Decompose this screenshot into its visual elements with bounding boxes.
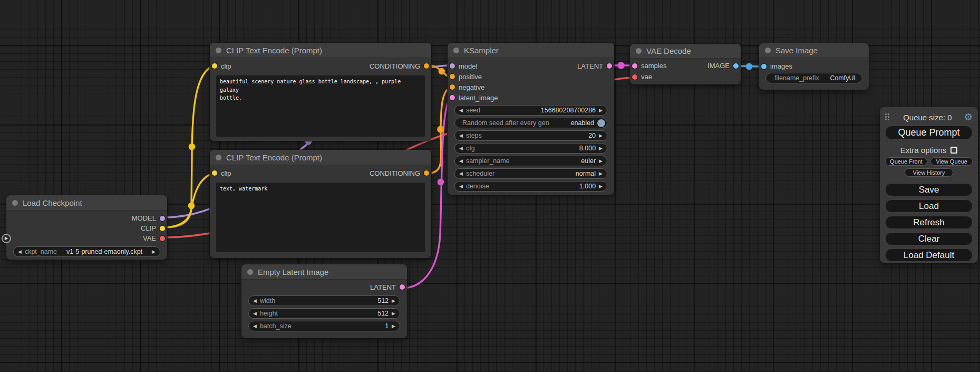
- increment-arrow-icon[interactable]: ▶: [599, 184, 603, 189]
- node-ksampler[interactable]: KSampler model LATENT positive negative …: [448, 43, 614, 195]
- node-title-bar[interactable]: Load Checkpoint: [6, 195, 167, 211]
- next-arrow-icon[interactable]: ▶: [599, 158, 603, 164]
- node-vae-decode[interactable]: VAE Decode samples IMAGE vae: [630, 44, 741, 84]
- image-output-slot[interactable]: [733, 63, 739, 69]
- increment-arrow-icon[interactable]: ▶: [392, 311, 395, 316]
- prev-arrow-icon[interactable]: ◀: [18, 249, 22, 254]
- clip-input-slot[interactable]: [212, 170, 217, 176]
- widget-label: sampler_name: [466, 157, 510, 165]
- node-title-bar[interactable]: VAE Decode: [630, 44, 741, 59]
- node-title: Empty Latent Image: [258, 268, 328, 276]
- decrement-arrow-icon[interactable]: ◀: [459, 108, 463, 113]
- samples-input-slot[interactable]: [632, 63, 637, 69]
- node-title: VAE Decode: [646, 46, 691, 55]
- node-title-bar[interactable]: Save Image: [759, 43, 869, 58]
- scheduler-widget[interactable]: ◀ scheduler normal ▶: [454, 168, 607, 179]
- node-title-bar[interactable]: KSampler: [448, 43, 614, 58]
- load-default-button[interactable]: Load Default: [885, 249, 973, 262]
- denoise-widget[interactable]: ◀ denoise 1.000 ▶: [454, 181, 607, 192]
- gear-icon[interactable]: ⚙: [964, 112, 973, 122]
- batch-size-widget[interactable]: ◀ batch_size 1 ▶: [248, 321, 400, 331]
- collapse-dot-icon[interactable]: [765, 47, 771, 53]
- widget-value: v1-5-pruned-emaonly.ckpt: [66, 248, 142, 255]
- node-load-checkpoint[interactable]: Load Checkpoint MODEL CLIP VAE ◀ ckpt_na…: [6, 195, 167, 260]
- steps-widget[interactable]: ◀ steps 20 ▶: [454, 130, 607, 141]
- queue-front-button[interactable]: Queue Front: [885, 157, 927, 166]
- conditioning-output-slot[interactable]: [424, 63, 429, 69]
- collapse-dot-icon[interactable]: [453, 47, 459, 53]
- vae-input-slot[interactable]: [632, 74, 637, 80]
- increment-arrow-icon[interactable]: ▶: [599, 108, 603, 113]
- sampler-name-widget[interactable]: ◀ sampler_name euler ▶: [454, 156, 607, 166]
- prev-arrow-icon[interactable]: ◀: [459, 171, 463, 176]
- next-arrow-icon[interactable]: ▶: [599, 171, 603, 176]
- view-history-button[interactable]: View History: [905, 168, 953, 177]
- latent-output-slot[interactable]: [400, 284, 405, 290]
- node-title-bar[interactable]: CLIP Text Encode (Prompt): [210, 43, 431, 58]
- latent-output-slot[interactable]: [607, 63, 612, 69]
- ckpt-name-widget[interactable]: ◀ ckpt_name v1-5-pruned-emaonly.ckpt ▶: [13, 246, 160, 257]
- vae-output-slot[interactable]: [160, 236, 165, 241]
- increment-arrow-icon[interactable]: ▶: [599, 146, 603, 151]
- play-circle-icon[interactable]: ▶: [2, 234, 11, 243]
- clip-output-slot[interactable]: [160, 226, 165, 231]
- conditioning-output-slot[interactable]: [424, 170, 429, 176]
- toggle-icon[interactable]: [597, 119, 605, 127]
- next-arrow-icon[interactable]: ▶: [152, 249, 156, 254]
- cfg-widget[interactable]: ◀ cfg 8.000 ▶: [454, 143, 607, 154]
- drag-handle-icon[interactable]: [885, 113, 890, 121]
- decrement-arrow-icon[interactable]: ◀: [253, 311, 257, 316]
- node-clip-text-encode-negative[interactable]: CLIP Text Encode (Prompt) clip CONDITION…: [210, 150, 431, 258]
- prompt-textarea[interactable]: beautiful scenery nature glass bottle la…: [216, 75, 425, 137]
- refresh-button[interactable]: Refresh: [885, 216, 973, 229]
- clip-input-slot[interactable]: [212, 63, 217, 69]
- images-input-slot[interactable]: [761, 64, 766, 69]
- decrement-arrow-icon[interactable]: ◀: [253, 323, 257, 329]
- collapse-dot-icon[interactable]: [216, 155, 221, 160]
- seed-widget[interactable]: ◀ seed 156680208700286 ▶: [454, 105, 607, 116]
- clear-button[interactable]: Clear: [885, 232, 973, 245]
- view-queue-button[interactable]: View Queue: [930, 157, 973, 166]
- wire-clip-negative: [165, 173, 215, 227]
- node-title: Save Image: [775, 46, 818, 55]
- widget-label: ckpt_name: [25, 248, 57, 255]
- widget-label: steps: [466, 132, 482, 139]
- increment-arrow-icon[interactable]: ▶: [392, 298, 395, 303]
- increment-arrow-icon[interactable]: ▶: [599, 133, 603, 138]
- collapse-dot-icon[interactable]: [216, 47, 221, 53]
- width-widget[interactable]: ◀ width 512 ▶: [248, 295, 400, 306]
- collapse-dot-icon[interactable]: [12, 200, 18, 206]
- prompt-textarea[interactable]: text, watermark: [216, 183, 425, 252]
- decrement-arrow-icon[interactable]: ◀: [459, 133, 463, 138]
- model-output-slot[interactable]: [160, 216, 165, 221]
- node-title-bar[interactable]: CLIP Text Encode (Prompt): [210, 150, 431, 165]
- filename-prefix-widget[interactable]: filename_prefix ComfyUI: [765, 73, 862, 83]
- model-input-slot[interactable]: [450, 63, 455, 69]
- queue-prompt-button[interactable]: Queue Prompt: [885, 126, 973, 140]
- node-graph-canvas[interactable]: Load Checkpoint MODEL CLIP VAE ◀ ckpt_na…: [0, 0, 980, 372]
- widget-label: seed: [466, 107, 480, 114]
- decrement-arrow-icon[interactable]: ◀: [459, 184, 463, 189]
- widget-value: normal: [576, 170, 596, 177]
- node-clip-text-encode-positive[interactable]: CLIP Text Encode (Prompt) clip CONDITION…: [210, 43, 431, 141]
- decrement-arrow-icon[interactable]: ◀: [459, 146, 463, 151]
- widget-value: 1: [385, 322, 389, 330]
- widget-label: denoise: [466, 183, 489, 190]
- random-seed-toggle-widget[interactable]: Random seed after every gen enabled: [454, 118, 607, 128]
- node-title-bar[interactable]: Empty Latent Image: [241, 264, 407, 280]
- collapse-dot-icon[interactable]: [247, 269, 253, 275]
- latent-image-input-slot[interactable]: [450, 95, 455, 100]
- load-button[interactable]: Load: [885, 199, 973, 213]
- input-label: clip: [221, 169, 231, 177]
- node-save-image[interactable]: Save Image images filename_prefix ComfyU…: [759, 43, 869, 90]
- prev-arrow-icon[interactable]: ◀: [459, 158, 463, 164]
- height-widget[interactable]: ◀ height 512 ▶: [248, 308, 400, 319]
- collapse-dot-icon[interactable]: [636, 48, 642, 54]
- positive-input-slot[interactable]: [450, 74, 455, 79]
- node-empty-latent-image[interactable]: Empty Latent Image LATENT ◀ width 512 ▶ …: [241, 264, 407, 338]
- decrement-arrow-icon[interactable]: ◀: [253, 298, 257, 303]
- increment-arrow-icon[interactable]: ▶: [392, 323, 395, 329]
- save-button[interactable]: Save: [885, 183, 973, 196]
- extra-options-checkbox[interactable]: [950, 147, 957, 154]
- negative-input-slot[interactable]: [450, 84, 455, 90]
